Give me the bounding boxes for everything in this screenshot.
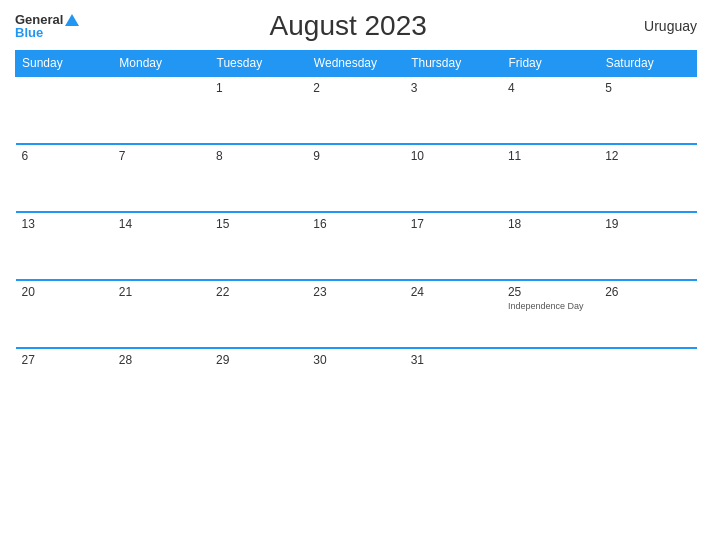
- calendar-body: 1234567891011121314151617181920212223242…: [16, 76, 697, 416]
- month-title: August 2023: [79, 10, 617, 42]
- cell-2-6: 19: [599, 212, 696, 280]
- day-number-1-0: 6: [22, 149, 107, 163]
- week-row-2: 13141516171819: [16, 212, 697, 280]
- week-row-1: 6789101112: [16, 144, 697, 212]
- cell-4-0: 27: [16, 348, 113, 416]
- day-number-4-1: 28: [119, 353, 204, 367]
- cell-1-1: 7: [113, 144, 210, 212]
- week-row-0: 12345: [16, 76, 697, 144]
- holiday-label-3-5: Independence Day: [508, 301, 593, 312]
- day-number-1-5: 11: [508, 149, 593, 163]
- cell-0-3: 2: [307, 76, 404, 144]
- cell-4-2: 29: [210, 348, 307, 416]
- calendar-container: General Blue August 2023 Uruguay Sunday …: [0, 0, 712, 550]
- col-sunday: Sunday: [16, 51, 113, 77]
- day-number-3-1: 21: [119, 285, 204, 299]
- cell-3-5: 25Independence Day: [502, 280, 599, 348]
- day-number-2-6: 19: [605, 217, 690, 231]
- cell-3-3: 23: [307, 280, 404, 348]
- calendar-table: Sunday Monday Tuesday Wednesday Thursday…: [15, 50, 697, 416]
- cell-2-1: 14: [113, 212, 210, 280]
- day-number-2-3: 16: [313, 217, 398, 231]
- day-number-2-2: 15: [216, 217, 301, 231]
- col-saturday: Saturday: [599, 51, 696, 77]
- cell-0-1: [113, 76, 210, 144]
- cell-3-4: 24: [405, 280, 502, 348]
- day-number-1-4: 10: [411, 149, 496, 163]
- col-monday: Monday: [113, 51, 210, 77]
- cell-1-3: 9: [307, 144, 404, 212]
- day-number-1-6: 12: [605, 149, 690, 163]
- day-number-3-2: 22: [216, 285, 301, 299]
- day-number-2-4: 17: [411, 217, 496, 231]
- cell-2-5: 18: [502, 212, 599, 280]
- col-tuesday: Tuesday: [210, 51, 307, 77]
- cell-4-6: [599, 348, 696, 416]
- calendar-header-row: Sunday Monday Tuesday Wednesday Thursday…: [16, 51, 697, 77]
- cell-4-1: 28: [113, 348, 210, 416]
- day-number-1-1: 7: [119, 149, 204, 163]
- day-number-4-4: 31: [411, 353, 496, 367]
- cell-3-2: 22: [210, 280, 307, 348]
- day-number-4-0: 27: [22, 353, 107, 367]
- cell-2-2: 15: [210, 212, 307, 280]
- day-number-3-3: 23: [313, 285, 398, 299]
- cell-2-0: 13: [16, 212, 113, 280]
- week-row-4: 2728293031: [16, 348, 697, 416]
- logo: General Blue: [15, 13, 79, 39]
- logo-triangle-icon: [65, 14, 79, 26]
- calendar-header: General Blue August 2023 Uruguay: [15, 10, 697, 42]
- logo-blue-text: Blue: [15, 26, 43, 39]
- cell-3-0: 20: [16, 280, 113, 348]
- cell-1-2: 8: [210, 144, 307, 212]
- day-number-3-5: 25: [508, 285, 593, 299]
- country-label: Uruguay: [617, 18, 697, 34]
- day-number-3-6: 26: [605, 285, 690, 299]
- cell-0-0: [16, 76, 113, 144]
- day-number-4-3: 30: [313, 353, 398, 367]
- col-thursday: Thursday: [405, 51, 502, 77]
- cell-1-4: 10: [405, 144, 502, 212]
- cell-4-5: [502, 348, 599, 416]
- day-number-1-3: 9: [313, 149, 398, 163]
- day-number-1-2: 8: [216, 149, 301, 163]
- cell-4-3: 30: [307, 348, 404, 416]
- cell-4-4: 31: [405, 348, 502, 416]
- day-number-3-4: 24: [411, 285, 496, 299]
- col-wednesday: Wednesday: [307, 51, 404, 77]
- day-number-2-0: 13: [22, 217, 107, 231]
- cell-0-6: 5: [599, 76, 696, 144]
- cell-1-0: 6: [16, 144, 113, 212]
- week-row-3: 202122232425Independence Day26: [16, 280, 697, 348]
- cell-0-5: 4: [502, 76, 599, 144]
- day-number-0-6: 5: [605, 81, 690, 95]
- cell-2-3: 16: [307, 212, 404, 280]
- day-number-2-1: 14: [119, 217, 204, 231]
- cell-3-6: 26: [599, 280, 696, 348]
- cell-3-1: 21: [113, 280, 210, 348]
- day-number-3-0: 20: [22, 285, 107, 299]
- day-number-4-2: 29: [216, 353, 301, 367]
- cell-1-6: 12: [599, 144, 696, 212]
- col-friday: Friday: [502, 51, 599, 77]
- day-number-0-2: 1: [216, 81, 301, 95]
- day-number-0-5: 4: [508, 81, 593, 95]
- cell-1-5: 11: [502, 144, 599, 212]
- day-number-0-4: 3: [411, 81, 496, 95]
- day-number-0-3: 2: [313, 81, 398, 95]
- cell-0-4: 3: [405, 76, 502, 144]
- cell-2-4: 17: [405, 212, 502, 280]
- cell-0-2: 1: [210, 76, 307, 144]
- day-number-2-5: 18: [508, 217, 593, 231]
